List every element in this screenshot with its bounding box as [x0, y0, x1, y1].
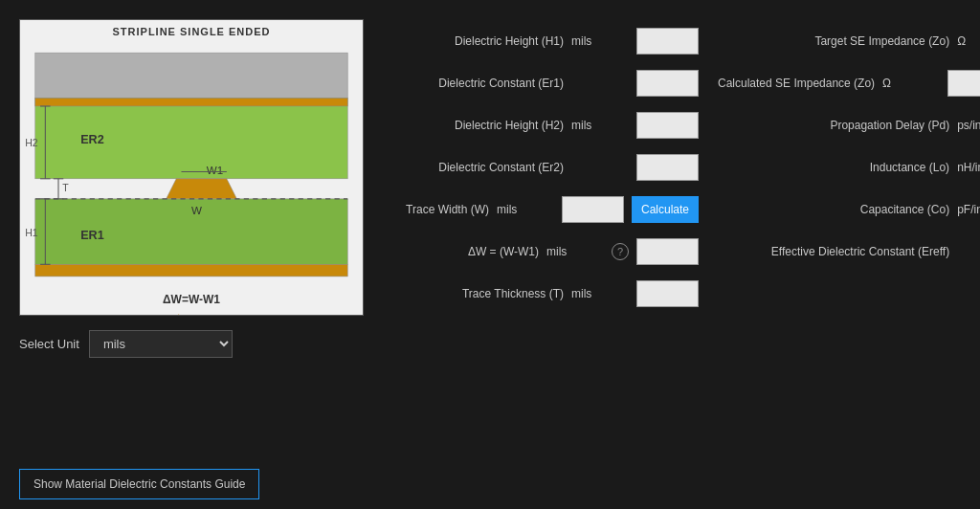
- select-unit-label: Select Unit: [19, 337, 79, 351]
- h2-unit: mils: [571, 119, 629, 132]
- h2-row: Dielectric Height (H2) mils: [392, 108, 699, 143]
- eff-dielec-row: Effective Dielectric Constant (Ereff): [718, 234, 980, 269]
- trace-thickness-unit: mils: [571, 287, 629, 300]
- er1-label: Dielectric Constant (Er1): [392, 77, 564, 90]
- guide-button[interactable]: Show Material Dielectric Constants Guide: [19, 469, 259, 499]
- svg-text:H2: H2: [25, 137, 38, 148]
- diagram-url: www.protoexpress.com: [20, 308, 363, 316]
- h1-label: Dielectric Height (H1): [392, 34, 564, 48]
- trace-width-label: Trace Width (W): [392, 203, 489, 216]
- delta-w-unit: mils: [546, 245, 604, 258]
- capacitance-label: Capacitance (Co): [718, 203, 949, 216]
- target-zo-label: Target SE Impedance (Zo): [718, 34, 949, 48]
- svg-text:ER1: ER1: [80, 229, 104, 242]
- delta-w-input[interactable]: [636, 238, 699, 265]
- target-zo-unit: Ω: [957, 34, 980, 48]
- capacitance-row: Capacitance (Co) pF/inch: [718, 192, 980, 227]
- er1-row: Dielectric Constant (Er1): [392, 66, 699, 100]
- svg-text:W: W: [191, 205, 202, 216]
- diagram-title: STRIPLINE SINGLE ENDED: [20, 20, 363, 39]
- svg-text:H1: H1: [25, 227, 38, 238]
- target-zo-row: Target SE Impedance (Zo) Ω: [718, 24, 980, 58]
- calc-zo-input[interactable]: [947, 70, 980, 97]
- svg-marker-7: [167, 179, 237, 199]
- trace-thickness-label: Trace Thickness (T): [392, 287, 564, 300]
- h2-label: Dielectric Height (H2): [392, 119, 564, 132]
- svg-text:W1: W1: [207, 165, 223, 176]
- prop-delay-label: Propagation Delay (Pd): [718, 119, 949, 132]
- trace-width-calculate-button[interactable]: Calculate: [632, 196, 699, 223]
- delta-w-label: ΔW = (W-W1): [392, 245, 539, 258]
- h1-unit: mils: [571, 34, 629, 48]
- stripline-diagram: ER2 ER1 W W1 H2: [20, 39, 363, 288]
- h1-input[interactable]: [636, 28, 699, 55]
- trace-thickness-row: Trace Thickness (T) mils: [392, 277, 699, 311]
- unit-select[interactable]: mils mm inches microns: [89, 330, 233, 358]
- svg-rect-6: [35, 99, 347, 106]
- er1-input[interactable]: [636, 70, 699, 97]
- er2-row: Dielectric Constant (Er2): [392, 150, 699, 185]
- eff-dielec-label: Effective Dielectric Constant (Ereff): [718, 245, 949, 258]
- inductance-unit: nH/inch: [957, 161, 980, 174]
- delta-label: ΔW=W-W1: [20, 291, 363, 308]
- h1-row: Dielectric Height (H1) mils: [392, 24, 699, 58]
- trace-width-input[interactable]: [562, 196, 624, 223]
- trace-width-row: Trace Width (W) mils Calculate: [392, 192, 699, 227]
- er2-input[interactable]: [636, 154, 699, 181]
- delta-w-help-icon[interactable]: ?: [612, 243, 629, 260]
- er2-label: Dielectric Constant (Er2): [392, 161, 564, 174]
- h2-input[interactable]: [636, 112, 699, 139]
- svg-text:ER2: ER2: [80, 133, 104, 146]
- svg-rect-5: [35, 264, 347, 277]
- trace-width-unit: mils: [497, 203, 554, 216]
- trace-thickness-input[interactable]: [636, 280, 699, 307]
- prop-delay-row: Propagation Delay (Pd) ps/inch: [718, 108, 980, 143]
- inductance-row: Inductance (Lo) nH/inch: [718, 150, 980, 185]
- capacitance-unit: pF/inch: [957, 203, 980, 216]
- svg-text:T: T: [62, 182, 69, 193]
- delta-w-row: ΔW = (W-W1) mils ?: [392, 234, 699, 269]
- svg-rect-0: [35, 53, 347, 98]
- inductance-label: Inductance (Lo): [718, 161, 949, 174]
- prop-delay-unit: ps/inch: [957, 119, 980, 132]
- calc-zo-unit: Ω: [882, 77, 940, 90]
- calc-zo-label: Calculated SE Impedance (Zo): [718, 77, 875, 90]
- calc-zo-row: Calculated SE Impedance (Zo) Ω Calculate: [718, 66, 980, 100]
